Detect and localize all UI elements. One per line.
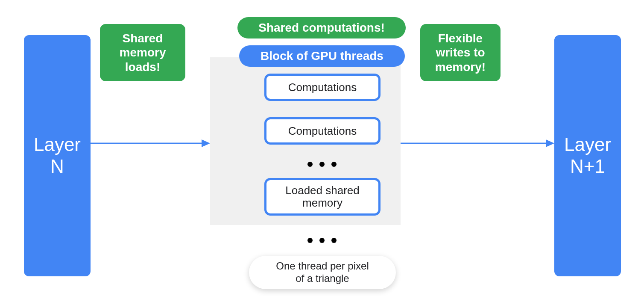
svg-marker-1 — [202, 139, 210, 147]
callout-shared-memory-loads: Shared memory loads! — [100, 24, 185, 81]
gpu-block-header: Block of GPU threads — [239, 45, 405, 67]
computation-box-1: Computations — [264, 74, 381, 101]
callout-shared-computations: Shared computations! — [237, 17, 406, 38]
layer-n1-label: Layer N+1 — [564, 134, 611, 177]
layer-n-line2: N — [50, 156, 64, 177]
caption-thread-per-pixel: One thread per pixel of a triangle — [249, 256, 396, 289]
layer-n-label: Layer N — [34, 134, 81, 177]
ellipsis-icon-inner — [307, 162, 337, 167]
layer-n1-box: Layer N+1 — [554, 35, 621, 276]
arrow-right-icon — [401, 137, 554, 150]
callout-flexible-writes: Flexible writes to memory! — [420, 24, 501, 81]
layer-n1-line2: N+1 — [570, 156, 605, 177]
arrow-left-icon — [91, 137, 210, 150]
diagram-stage: Layer N Layer N+1 Shared memory loads! F… — [0, 0, 644, 302]
loaded-shared-memory-box: Loaded shared memory — [264, 178, 381, 216]
layer-n-box: Layer N — [24, 35, 91, 276]
svg-marker-3 — [546, 139, 554, 147]
layer-n-line1: Layer — [34, 134, 81, 155]
ellipsis-icon-outer — [307, 238, 337, 243]
layer-n1-line1: Layer — [564, 134, 611, 155]
computation-box-2: Computations — [264, 117, 381, 145]
